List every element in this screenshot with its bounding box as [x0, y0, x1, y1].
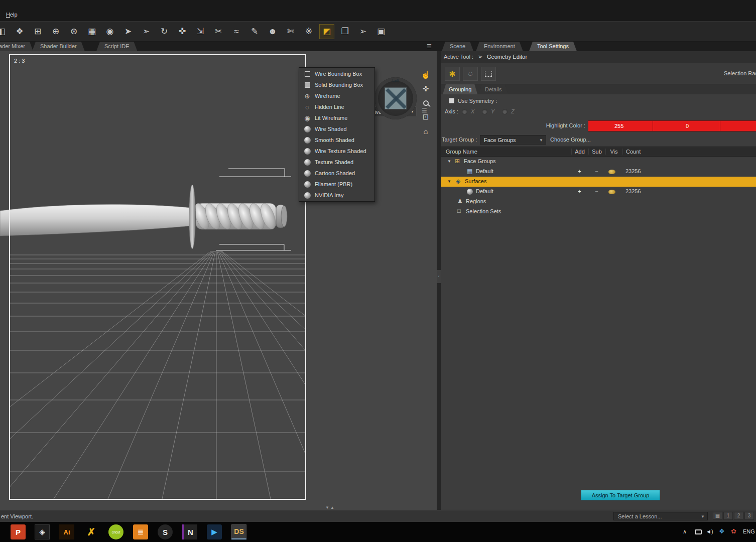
home-icon[interactable]: ⌂ — [419, 124, 433, 138]
tab-environment[interactable]: Environment — [476, 42, 523, 51]
camera-cube-tool-icon[interactable]: ❐ — [337, 24, 352, 39]
taskbar-cricut[interactable]: cricut — [108, 524, 123, 539]
frame-icon[interactable]: ⊡ — [419, 110, 433, 123]
add-light-icon[interactable]: ⊛ — [66, 24, 81, 39]
taskbar-illustrator[interactable]: Ai — [59, 524, 74, 539]
tray-speaker-icon[interactable]: ◄) — [706, 528, 713, 534]
figure-paint-tool-icon[interactable]: ☻ — [265, 24, 280, 39]
multi-cut-tool-icon[interactable]: ※ — [301, 24, 316, 39]
highlight-color-bar[interactable]: 255 0 — [588, 120, 756, 131]
pointer-add-tool-icon[interactable]: ➢ — [355, 24, 370, 39]
menu-help[interactable]: Help — [6, 12, 18, 18]
brush-select-icon[interactable]: ✱ — [445, 67, 460, 81]
subtract-button[interactable]: − — [588, 168, 605, 174]
add-figure-icon[interactable]: ⊞ — [30, 24, 45, 39]
menu-item-texture-shaded[interactable]: Texture Shaded — [299, 157, 374, 168]
menu-item-filament-pbr[interactable]: Filament (PBR) — [299, 179, 374, 190]
lesson-dropdown[interactable]: Select a Lesson... ▼ — [613, 512, 708, 520]
ring-select-icon[interactable]: ◌ — [463, 67, 478, 81]
tree-row-default-facegroup[interactable]: ▦ Default + − 23256 — [441, 167, 756, 177]
pan-icon[interactable]: ✜ — [419, 82, 433, 95]
marquee-select-icon[interactable] — [481, 67, 496, 81]
menu-item-solid-bounding-box[interactable]: Solid Bounding Box — [299, 79, 374, 90]
new-content-icon[interactable]: ❖ — [12, 24, 27, 39]
menu-item-wireframe[interactable]: ⊕ Wireframe — [299, 90, 374, 101]
tree-row-surfaces[interactable]: ▼ ◈ Surfaces — [441, 177, 756, 187]
assign-to-target-group-button[interactable]: Assign To Target Group — [581, 490, 660, 500]
menu-item-hidden-line[interactable]: ◌ Hidden Line — [299, 101, 374, 112]
tree-row-default-surface[interactable]: Default + − 23256 — [441, 187, 756, 197]
tab-scene[interactable]: Scene — [442, 42, 473, 51]
tab-shader-builder[interactable]: Shader Builder — [32, 42, 85, 51]
taskbar-onenote[interactable]: N — [182, 524, 197, 539]
layout-3-button[interactable]: 3 — [744, 512, 754, 520]
scissors-tool-icon[interactable]: ✂ — [211, 24, 226, 39]
translate-tool-icon[interactable]: ✜ — [175, 24, 190, 39]
subtab-details[interactable]: Details — [479, 84, 508, 94]
menu-item-lit-wireframe[interactable]: ◉ Lit Wireframe — [299, 112, 374, 123]
layout-1-button[interactable]: 1 — [723, 512, 733, 520]
render-camera-tool-icon[interactable]: ▣ — [373, 24, 389, 39]
rotate-tool-icon[interactable]: ↻ — [157, 24, 172, 39]
polygon-cut-tool-icon[interactable]: ✄ — [283, 24, 298, 39]
subtab-grouping[interactable]: Grouping — [443, 84, 477, 94]
tree-row-face-groups[interactable]: ▼ ⊞ Face Groups — [441, 157, 756, 167]
visibility-icon[interactable] — [608, 190, 615, 194]
target-group-dropdown[interactable]: Face Groups ▼ — [480, 135, 546, 145]
taskbar-powerpoint[interactable]: P — [11, 524, 26, 539]
tree-row-selection-sets[interactable]: □ Selection Sets — [441, 207, 756, 217]
scene-orb-icon[interactable]: ◉ — [102, 24, 117, 39]
geometry-selection-tool-icon[interactable]: ➣ — [139, 24, 154, 39]
axis-z-radio[interactable] — [502, 109, 508, 114]
expand-arrow-icon[interactable]: ▼ — [447, 179, 451, 184]
subtract-button[interactable]: − — [588, 188, 605, 194]
menu-item-smooth-shaded[interactable]: Smooth Shaded — [299, 134, 374, 146]
tray-network-icon[interactable]: ❖ — [719, 527, 725, 535]
geometry-editor-tool-icon[interactable]: ◩ — [319, 24, 334, 39]
divider-handle[interactable]: ‹ — [437, 270, 441, 283]
choose-group-button[interactable]: Choose Group... — [550, 137, 591, 143]
taskbar-cutter-app[interactable]: ✗ — [84, 524, 99, 539]
brush-tool-icon[interactable]: ✎ — [247, 24, 262, 39]
axis-y-radio[interactable] — [482, 109, 487, 114]
orbit-cube-control[interactable]: Left — [374, 77, 417, 119]
add-button[interactable]: + — [571, 168, 588, 174]
tray-language-label[interactable]: ENG — [743, 528, 755, 534]
tab-script-ide[interactable]: Script IDE — [96, 42, 138, 51]
layout-icon[interactable]: ▦ — [713, 512, 722, 520]
axis-x-radio[interactable] — [462, 109, 467, 114]
tray-input-icon[interactable]: ✿ — [731, 527, 736, 535]
tray-chevron-icon[interactable]: ∧ — [683, 528, 687, 535]
tab-tool-settings[interactable]: Tool Settings — [529, 42, 577, 51]
use-symmetry-checkbox[interactable] — [449, 98, 454, 103]
taskbar-daz-studio[interactable]: DS — [231, 524, 246, 539]
tray-monitor-icon[interactable] — [695, 529, 702, 534]
menu-item-wire-texture-shaded[interactable]: Wire Texture Shaded — [299, 146, 374, 157]
pane-splitter-handle[interactable]: ▼▲ — [325, 505, 335, 510]
pane-menu-icon[interactable]: ☰ — [427, 43, 432, 50]
grid-view-icon[interactable]: ▦ — [84, 24, 99, 39]
active-tool-value[interactable]: Geometry Editor — [487, 54, 527, 60]
menu-item-cartoon-shaded[interactable]: Cartoon Shaded — [299, 168, 374, 179]
scale-tool-icon[interactable]: ⇲ — [193, 24, 208, 39]
menu-item-nvidia-iray[interactable]: NVIDIA Iray — [299, 190, 374, 201]
menu-item-wire-bounding-box[interactable]: Wire Bounding Box — [299, 68, 374, 79]
pane-divider[interactable]: ‹ — [437, 51, 441, 510]
node-selection-tool-icon[interactable]: ➤ — [120, 24, 136, 39]
layout-2-button[interactable]: 2 — [734, 512, 743, 520]
add-prop-icon[interactable]: ⊕ — [48, 24, 63, 39]
taskbar-orange-app[interactable]: ≣ — [133, 524, 148, 539]
taskbar-media-player[interactable]: ▶ — [207, 524, 222, 539]
taskbar-dark-app[interactable]: ◈ — [35, 524, 50, 539]
tab-shader-mixer[interactable]: ader Mixer — [0, 42, 33, 51]
menu-item-wire-shaded[interactable]: Wire Shaded — [299, 123, 374, 134]
taskbar-skype[interactable]: S — [158, 524, 173, 539]
curve-tool-icon[interactable]: ≈ — [229, 24, 244, 39]
zoom-icon[interactable] — [419, 96, 433, 109]
orbit-icon[interactable]: ☝ — [419, 68, 433, 81]
add-button[interactable]: + — [571, 188, 588, 194]
orbit-cube-face[interactable] — [385, 87, 407, 109]
visibility-icon[interactable] — [608, 170, 615, 174]
clipped-tool-icon[interactable]: ◧ — [0, 24, 9, 39]
expand-arrow-icon[interactable]: ▼ — [447, 159, 451, 164]
